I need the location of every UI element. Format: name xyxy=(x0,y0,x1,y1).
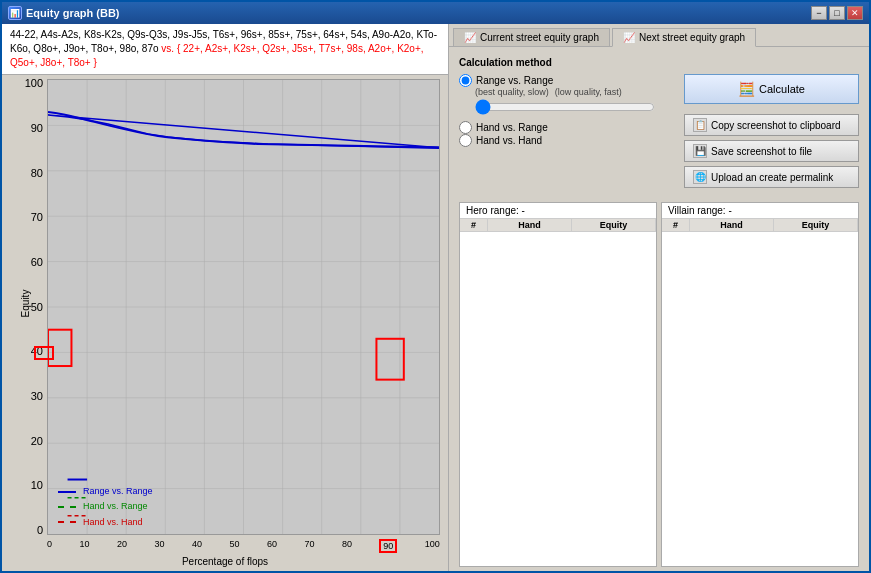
chart-panel: 44-22, A4s-A2s, K8s-K2s, Q9s-Q3s, J9s-J5… xyxy=(2,24,449,571)
y-tick-30: 30 xyxy=(31,390,43,402)
x-tick-90: 90 xyxy=(379,539,397,553)
next-tab-icon: 📈 xyxy=(623,32,635,43)
quality-row: (best quality, slow) (low quality, fast) xyxy=(475,87,674,97)
tab-next-label: Next street equity graph xyxy=(639,32,745,43)
x-tick-70: 70 xyxy=(304,539,314,553)
x-tick-30: 30 xyxy=(154,539,164,553)
tab-current-label: Current street equity graph xyxy=(480,32,599,43)
quality-slider[interactable] xyxy=(475,99,655,115)
right-buttons: 🧮 Calculate 📋 Copy screenshot to clipboa… xyxy=(684,74,859,188)
main-content: 44-22, A4s-A2s, K8s-K2s, Q9s-Q3s, J9s-J5… xyxy=(2,24,869,571)
right-panel: 📈 Current street equity graph 📈 Next str… xyxy=(449,24,869,571)
y-tick-80: 80 xyxy=(31,167,43,179)
quality-fast-label: (low quality, fast) xyxy=(555,87,622,97)
y-axis-label: Equity xyxy=(20,290,31,318)
x-tick-10: 10 xyxy=(79,539,89,553)
radio-hvr-label: Hand vs. Range xyxy=(476,122,548,133)
y-tick-70: 70 xyxy=(31,211,43,223)
main-window: 📊 Equity graph (BB) − □ ✕ 44-22, A4s-A2s… xyxy=(0,0,871,573)
tab-current-street[interactable]: 📈 Current street equity graph xyxy=(453,28,610,46)
radio-rvr-label: Range vs. Range xyxy=(476,75,553,86)
hero-range-cols: # Hand Equity xyxy=(460,219,656,232)
y-tick-0: 0 xyxy=(37,524,43,536)
current-tab-icon: 📈 xyxy=(464,32,476,43)
hero-range-table: Hero range: - # Hand Equity xyxy=(459,202,657,567)
hero-range-body xyxy=(460,232,656,566)
copy-screenshot-button[interactable]: 📋 Copy screenshot to clipboard xyxy=(684,114,859,136)
upload-permalink-button[interactable]: 🌐 Upload an create permalink xyxy=(684,166,859,188)
x-tick-20: 20 xyxy=(117,539,127,553)
radio-hand-vs-hand[interactable]: Hand vs. Hand xyxy=(459,134,674,147)
villain-range-title: Villain range: - xyxy=(662,203,858,219)
y-tick-60: 60 xyxy=(31,256,43,268)
hero-col-equity: Equity xyxy=(572,219,656,231)
maximize-button[interactable]: □ xyxy=(829,6,845,20)
radio-hand-vs-range[interactable]: Hand vs. Range xyxy=(459,121,674,134)
legend-range-vs-range: Range vs. Range xyxy=(58,484,153,499)
radio-range-vs-range[interactable]: Range vs. Range xyxy=(459,74,674,87)
tab-next-street[interactable]: 📈 Next street equity graph xyxy=(612,28,756,47)
radio-hvh-input[interactable] xyxy=(459,134,472,147)
save-icon: 💾 xyxy=(693,144,707,158)
y-tick-90: 90 xyxy=(31,122,43,134)
save-screenshot-button[interactable]: 💾 Save screenshot to file xyxy=(684,140,859,162)
villain-range-body xyxy=(662,232,858,566)
radio-hvh-label: Hand vs. Hand xyxy=(476,135,542,146)
title-controls: − □ ✕ xyxy=(811,6,863,20)
vs-text: vs. xyxy=(161,43,177,54)
range-display: 44-22, A4s-A2s, K8s-K2s, Q9s-Q3s, J9s-J5… xyxy=(2,24,448,75)
title-bar: 📊 Equity graph (BB) − □ ✕ xyxy=(2,2,869,24)
x-tick-40: 40 xyxy=(192,539,202,553)
controls-row: Range vs. Range (best quality, slow) (lo… xyxy=(459,74,859,188)
close-button[interactable]: ✕ xyxy=(847,6,863,20)
y-tick-20: 20 xyxy=(31,435,43,447)
x-tick-100: 100 xyxy=(425,539,440,553)
radio-hvr-input[interactable] xyxy=(459,121,472,134)
calc-method-label: Calculation method xyxy=(459,57,859,68)
y-tick-10: 10 xyxy=(31,479,43,491)
calculate-label: Calculate xyxy=(759,83,805,95)
left-controls: Range vs. Range (best quality, slow) (lo… xyxy=(459,74,674,147)
window-title: Equity graph (BB) xyxy=(26,7,120,19)
chart-inner: Range vs. Range Hand vs. Range Hand vs. … xyxy=(47,79,440,535)
chart-wrapper: 0 10 20 30 40 50 60 70 80 90 100 Equity xyxy=(2,75,448,571)
copy-icon: 📋 xyxy=(693,118,707,132)
legend-rvr-label: Range vs. Range xyxy=(83,484,153,499)
villain-col-hash: # xyxy=(662,219,690,231)
legend-hvr-label: Hand vs. Range xyxy=(83,499,148,514)
y-tick-100: 100 xyxy=(25,77,43,89)
calculate-button[interactable]: 🧮 Calculate xyxy=(684,74,859,104)
title-bar-left: 📊 Equity graph (BB) xyxy=(8,6,120,20)
villain-col-hand: Hand xyxy=(690,219,774,231)
tabs-bar: 📈 Current street equity graph 📈 Next str… xyxy=(449,24,869,47)
legend-hvh-label: Hand vs. Hand xyxy=(83,515,143,530)
red-box-40-y xyxy=(34,346,54,360)
x-tick-60: 60 xyxy=(267,539,277,553)
window-icon: 📊 xyxy=(8,6,22,20)
quality-slow-label: (best quality, slow) xyxy=(475,87,549,97)
x-axis-ticks: 0 10 20 30 40 50 60 70 80 90 100 xyxy=(47,539,440,553)
calc-icon: 🧮 xyxy=(738,81,755,97)
villain-range-cols: # Hand Equity xyxy=(662,219,858,232)
radio-rvr-input[interactable] xyxy=(459,74,472,87)
villain-col-equity: Equity xyxy=(774,219,858,231)
controls-area: Calculation method Range vs. Range (best… xyxy=(449,47,869,198)
x-axis-label: Percentage of flops xyxy=(182,556,268,567)
hero-col-hash: # xyxy=(460,219,488,231)
x-tick-80: 80 xyxy=(342,539,352,553)
upload-label: Upload an create permalink xyxy=(711,172,833,183)
save-label: Save screenshot to file xyxy=(711,146,812,157)
range-tables-container: Hero range: - # Hand Equity Villain rang… xyxy=(449,198,869,571)
copy-label: Copy screenshot to clipboard xyxy=(711,120,841,131)
slider-container xyxy=(475,99,674,117)
upload-icon: 🌐 xyxy=(693,170,707,184)
minimize-button[interactable]: − xyxy=(811,6,827,20)
x-tick-50: 50 xyxy=(229,539,239,553)
chart-svg xyxy=(48,80,439,534)
chart-legend: Range vs. Range Hand vs. Range Hand vs. … xyxy=(58,484,153,530)
x-tick-0: 0 xyxy=(47,539,52,553)
villain-range-table: Villain range: - # Hand Equity xyxy=(661,202,859,567)
y-tick-50: 50 xyxy=(31,301,43,313)
legend-hand-vs-hand: Hand vs. Hand xyxy=(58,515,153,530)
hero-col-hand: Hand xyxy=(488,219,572,231)
